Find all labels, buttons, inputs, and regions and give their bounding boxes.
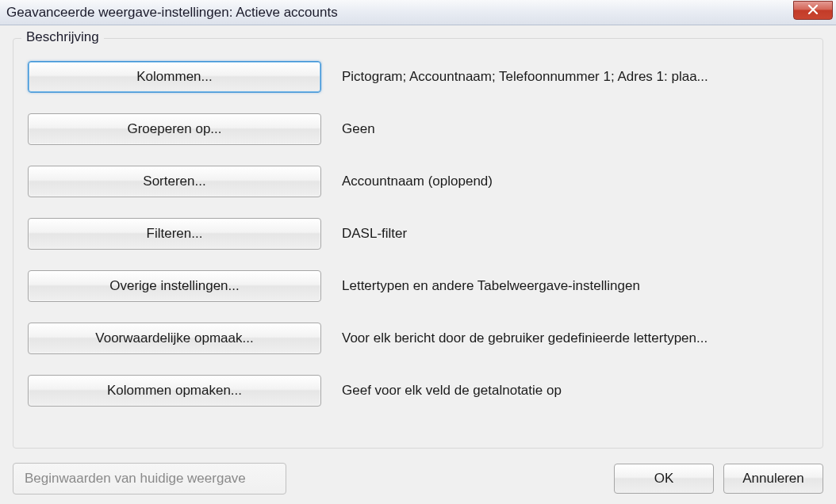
window-title: Geavanceerde weergave-instellingen: Acti… [6,5,338,21]
row-format-columns: Kolommen opmaken... Geef voor elk veld d… [28,375,808,407]
cancel-button[interactable]: Annuleren [723,464,823,494]
group-by-description: Geen [342,121,808,137]
row-conditional-formatting: Voorwaardelijke opmaak... Voor elk beric… [28,323,808,354]
conditional-formatting-description: Voor elk bericht door de gebruiker gedef… [342,330,808,346]
row-columns: Kolommen... Pictogram; Accountnaam; Tele… [28,61,808,93]
row-filter: Filteren... DASL-filter [28,218,808,250]
columns-button[interactable]: Kolommen... [28,61,321,93]
other-settings-button[interactable]: Overige instellingen... [28,270,321,302]
ok-button[interactable]: OK [614,464,714,494]
reset-button: Beginwaarden van huidige weergave [13,463,286,494]
filter-button[interactable]: Filteren... [28,218,321,250]
groupbox-title: Beschrijving [21,29,104,45]
format-columns-description: Geef voor elk veld de getalnotatie op [342,383,808,399]
close-icon [807,4,819,17]
sort-description: Accountnaam (oplopend) [342,174,808,189]
row-sort: Sorteren... Accountnaam (oplopend) [28,166,808,197]
columns-description: Pictogram; Accountnaam; Telefoonnummer 1… [342,69,808,85]
row-group-by: Groeperen op... Geen [28,113,808,145]
format-columns-button[interactable]: Kolommen opmaken... [28,375,321,407]
row-other-settings: Overige instellingen... Lettertypen en a… [28,270,808,302]
close-button[interactable] [793,1,833,20]
other-settings-description: Lettertypen en andere Tabelweergave-inst… [342,278,808,294]
sort-button[interactable]: Sorteren... [28,166,321,197]
footer-right-buttons: OK Annuleren [614,464,823,494]
dialog-footer: Beginwaarden van huidige weergave OK Ann… [13,463,823,494]
conditional-formatting-button[interactable]: Voorwaardelijke opmaak... [28,323,321,354]
group-by-button[interactable]: Groeperen op... [28,113,321,145]
dialog-content: Beschrijving Kolommen... Pictogram; Acco… [0,25,836,504]
filter-description: DASL-filter [342,226,808,242]
description-groupbox: Beschrijving Kolommen... Pictogram; Acco… [13,38,823,449]
titlebar: Geavanceerde weergave-instellingen: Acti… [0,0,836,25]
